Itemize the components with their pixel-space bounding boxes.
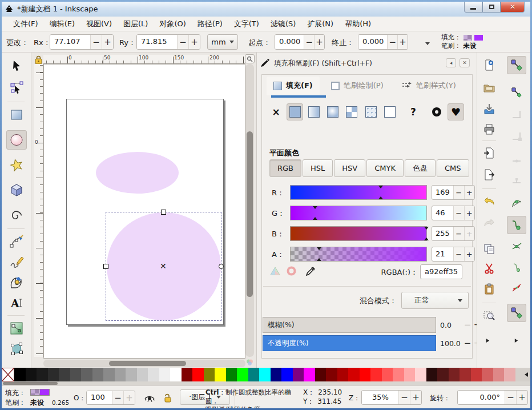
snap-midpoint-toggle[interactable] bbox=[508, 280, 525, 296]
menu-help[interactable]: 帮助(H) bbox=[339, 17, 377, 31]
rotation-inc[interactable]: + bbox=[516, 391, 527, 404]
ry-spinbox[interactable]: 71.815 −+ bbox=[136, 34, 200, 50]
pencil-tool[interactable] bbox=[6, 252, 27, 272]
palette-swatch[interactable] bbox=[304, 368, 315, 381]
box3d-tool[interactable] bbox=[6, 180, 27, 200]
alpha-value[interactable]: 21 bbox=[432, 247, 453, 261]
blend-mode-dropdown[interactable]: 正常 bbox=[401, 292, 469, 309]
palette-swatch[interactable] bbox=[259, 368, 271, 381]
rx-decrement[interactable]: − bbox=[90, 35, 102, 49]
palette-swatch[interactable] bbox=[248, 368, 260, 381]
menu-view[interactable]: 视图(V) bbox=[80, 17, 118, 31]
alpha-spinbox[interactable]: 21 −+ bbox=[432, 247, 475, 262]
fill-swatch-button[interactable] bbox=[362, 103, 379, 120]
menu-filters[interactable]: 滤镜(S) bbox=[265, 17, 301, 31]
red-decrement[interactable]: − bbox=[453, 186, 464, 199]
rx-increment[interactable]: + bbox=[102, 35, 113, 49]
alpha-slider[interactable] bbox=[290, 247, 427, 262]
slider-marker[interactable] bbox=[317, 247, 321, 252]
new-document-button[interactable] bbox=[481, 57, 498, 73]
rotation-value[interactable]: 0.00° bbox=[458, 391, 505, 404]
palette-swatch[interactable] bbox=[70, 368, 82, 381]
fill-radial-gradient-button[interactable] bbox=[325, 103, 341, 120]
palette-swatch[interactable] bbox=[426, 368, 438, 381]
palette-swatch[interactable] bbox=[360, 368, 371, 381]
snap-bbox-edge-midpoint-toggle[interactable] bbox=[508, 150, 525, 166]
horizontal-scrollbar[interactable] bbox=[43, 360, 245, 367]
palette-scrollbar-thumb[interactable] bbox=[3, 382, 58, 385]
zoom-inc[interactable]: + bbox=[410, 391, 421, 404]
snap-more-arrow[interactable] bbox=[510, 335, 522, 346]
title-bar[interactable]: *新建文档 1 - Inkscape ✕ bbox=[2, 2, 530, 17]
print-button[interactable] bbox=[481, 121, 498, 137]
palette-swatch[interactable] bbox=[337, 368, 349, 381]
palette-swatch[interactable] bbox=[460, 368, 471, 381]
select-tool[interactable] bbox=[6, 56, 27, 75]
palette-swatch[interactable] bbox=[26, 368, 37, 381]
green-decrement[interactable]: − bbox=[453, 206, 464, 220]
snap-others-toggle[interactable] bbox=[507, 304, 526, 322]
vertical-ruler[interactable]: 0 bbox=[34, 64, 43, 357]
maximize-button[interactable] bbox=[482, 2, 501, 13]
palette-scroll-left-icon[interactable] bbox=[522, 368, 530, 381]
selection-center-mark[interactable]: ✕ bbox=[160, 262, 167, 271]
fill-rule-evenodd-button[interactable]: ♥ bbox=[448, 103, 464, 120]
spiral-tool[interactable] bbox=[6, 206, 27, 225]
palette-swatch[interactable] bbox=[471, 368, 482, 381]
green-increment[interactable]: + bbox=[464, 206, 474, 220]
palette-swatch[interactable] bbox=[170, 368, 182, 381]
palette-swatch[interactable] bbox=[115, 368, 126, 381]
ry-value[interactable]: 71.815 bbox=[137, 35, 177, 49]
ellipse-rx-handle[interactable] bbox=[103, 264, 108, 269]
dock-close-button[interactable]: ✕ bbox=[460, 58, 470, 67]
fill-alpha-swatch[interactable] bbox=[464, 35, 472, 41]
palette-swatch[interactable] bbox=[348, 368, 360, 381]
red-spinbox[interactable]: 169 −+ bbox=[432, 185, 475, 200]
redo-button[interactable] bbox=[481, 215, 498, 231]
opacity-slider[interactable]: 不透明度(%) bbox=[263, 335, 436, 351]
palette-swatch[interactable] bbox=[449, 368, 460, 381]
rx-spinbox[interactable]: 77.107 −+ bbox=[50, 34, 114, 50]
color-picker-dropper-icon[interactable] bbox=[305, 266, 316, 278]
minimize-button[interactable] bbox=[464, 2, 482, 13]
palette-swatch[interactable] bbox=[404, 368, 416, 381]
ry-increment[interactable]: + bbox=[188, 35, 200, 49]
color-mode-cmyk[interactable]: CMYK bbox=[366, 159, 404, 177]
snap-nodes-category-toggle[interactable] bbox=[508, 195, 525, 211]
fill-flat-button[interactable] bbox=[287, 103, 303, 120]
green-value[interactable]: 46 bbox=[432, 206, 453, 220]
save-document-button[interactable] bbox=[481, 101, 498, 116]
ry-decrement[interactable]: − bbox=[177, 35, 188, 49]
snap-enable-toggle[interactable] bbox=[507, 56, 526, 74]
fill-stroke-indicator[interactable]: 填充： 笔刷： 未设 bbox=[441, 33, 527, 50]
palette-no-color[interactable] bbox=[2, 368, 14, 381]
palette-swatch[interactable] bbox=[92, 368, 104, 381]
zoom-spinbox[interactable]: 35% −+ bbox=[361, 390, 422, 405]
sticky-zoom-toggle[interactable] bbox=[245, 54, 255, 63]
palette-swatch[interactable] bbox=[81, 368, 92, 381]
slider-marker[interactable] bbox=[378, 194, 383, 199]
star-tool[interactable] bbox=[6, 155, 27, 175]
palette-swatch[interactable] bbox=[482, 368, 493, 381]
fill-pattern-button[interactable] bbox=[344, 103, 360, 120]
status-stroke-value[interactable]: 未设 bbox=[30, 398, 44, 408]
snap-node-cusp-toggle[interactable] bbox=[508, 259, 525, 275]
canvas-viewport[interactable]: ✕ bbox=[43, 64, 245, 359]
palette-swatch[interactable] bbox=[437, 368, 449, 381]
palette-swatch[interactable] bbox=[215, 368, 226, 381]
red-increment[interactable]: + bbox=[464, 186, 474, 199]
rgba-entry[interactable]: a92eff35 bbox=[420, 264, 462, 279]
palette-swatch[interactable] bbox=[59, 368, 70, 381]
gradient-tool[interactable] bbox=[6, 319, 27, 338]
layer-lock-toggle[interactable] bbox=[160, 391, 175, 405]
slider-marker[interactable] bbox=[317, 256, 321, 261]
dock-float-button[interactable]: ◂ bbox=[446, 58, 456, 67]
close-button[interactable]: ✕ bbox=[501, 2, 525, 13]
fill-none-button[interactable]: × bbox=[268, 103, 284, 120]
blue-spinbox[interactable]: 255 −+ bbox=[432, 226, 475, 241]
palette-swatch[interactable] bbox=[326, 368, 337, 381]
blur-slider[interactable]: 模糊(%) bbox=[263, 317, 436, 333]
menu-object[interactable]: 对象(O) bbox=[154, 17, 191, 31]
palette-swatch[interactable] bbox=[281, 368, 293, 381]
opacity-decrement[interactable]: − bbox=[463, 335, 472, 348]
